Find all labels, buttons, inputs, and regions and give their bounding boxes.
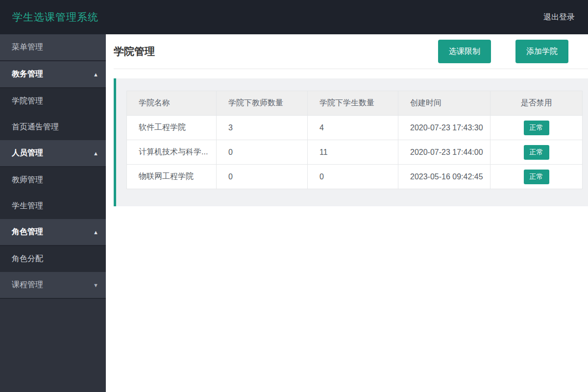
table-row: 物联网工程学院 0 0 2023-05-16 09:42:45 正常 <box>127 165 583 189</box>
cell-created-time: 2023-05-16 09:42:45 <box>398 165 490 189</box>
status-badge[interactable]: 正常 <box>524 121 549 135</box>
college-table-panel: 学院名称 学院下教师数量 学院下学生数量 创建时间 是否禁用 软件工程学院 3 … <box>114 78 588 206</box>
cell-student-count: 0 <box>308 165 398 189</box>
cell-status: 正常 <box>490 116 583 140</box>
chevron-up-icon: ▲ <box>93 72 98 77</box>
cell-student-count: 4 <box>308 116 398 140</box>
status-badge[interactable]: 正常 <box>524 145 549 160</box>
sidebar-item-course-management[interactable]: 课程管理 ▼ <box>0 272 106 299</box>
logout-link[interactable]: 退出登录 <box>543 12 575 23</box>
sidebar-item-homepage-notice-management[interactable]: 首页通告管理 <box>0 114 106 140</box>
table-header-row: 学院名称 学院下教师数量 学院下学生数量 创建时间 是否禁用 <box>127 91 583 116</box>
sidebar-item-label: 首页通告管理 <box>12 122 59 132</box>
cell-college-name: 软件工程学院 <box>127 116 217 140</box>
chevron-up-icon: ▲ <box>93 229 98 235</box>
sidebar-item-label: 学院管理 <box>12 96 43 106</box>
sidebar-item-personnel-management[interactable]: 人员管理 ▲ <box>0 140 106 167</box>
sidebar: 菜单管理 教务管理 ▲ 学院管理 首页通告管理 人员管理 ▲ 教师管理 学生管理… <box>0 34 106 392</box>
cell-teacher-count: 3 <box>217 116 308 140</box>
chevron-up-icon: ▲ <box>93 150 98 156</box>
cell-status: 正常 <box>490 165 583 189</box>
cell-student-count: 11 <box>308 140 398 165</box>
page-actions: 选课限制 添加学院 <box>438 40 568 63</box>
sidebar-item-role-management[interactable]: 角色管理 ▲ <box>0 219 106 246</box>
col-header-disabled-status: 是否禁用 <box>490 91 583 116</box>
chevron-down-icon: ▼ <box>93 282 98 288</box>
sidebar-item-student-management[interactable]: 学生管理 <box>0 193 106 219</box>
cell-college-name: 计算机技术与科学... <box>127 140 217 165</box>
sidebar-item-label: 人员管理 <box>12 148 43 158</box>
table-row: 计算机技术与科学... 0 11 2020-07-23 17:44:00 正常 <box>127 140 583 165</box>
app-title: 学生选课管理系统 <box>12 10 98 24</box>
college-table: 学院名称 学院下教师数量 学院下学生数量 创建时间 是否禁用 软件工程学院 3 … <box>126 91 583 189</box>
status-badge[interactable]: 正常 <box>524 170 549 184</box>
sidebar-item-menu-management[interactable]: 菜单管理 <box>0 34 106 61</box>
sidebar-item-label: 角色管理 <box>12 227 43 237</box>
table-row: 软件工程学院 3 4 2020-07-23 17:43:30 正常 <box>127 116 583 140</box>
cell-teacher-count: 0 <box>217 140 308 165</box>
sidebar-item-college-management[interactable]: 学院管理 <box>0 88 106 114</box>
sidebar-item-academic-management[interactable]: 教务管理 ▲ <box>0 61 106 88</box>
sidebar-item-label: 教务管理 <box>12 69 43 79</box>
add-college-button[interactable]: 添加学院 <box>515 40 568 63</box>
col-header-teacher-count: 学院下教师数量 <box>217 91 308 116</box>
course-selection-limit-button[interactable]: 选课限制 <box>438 40 491 63</box>
sidebar-item-label: 菜单管理 <box>12 42 43 52</box>
main-layout: 菜单管理 教务管理 ▲ 学院管理 首页通告管理 人员管理 ▲ 教师管理 学生管理… <box>0 34 588 392</box>
cell-teacher-count: 0 <box>217 165 308 189</box>
sidebar-item-role-assignment[interactable]: 角色分配 <box>0 246 106 272</box>
sidebar-item-label: 教师管理 <box>12 175 43 185</box>
cell-status: 正常 <box>490 140 583 165</box>
col-header-college-name: 学院名称 <box>127 91 217 116</box>
cell-created-time: 2020-07-23 17:43:30 <box>398 116 490 140</box>
sidebar-item-label: 课程管理 <box>12 280 43 290</box>
cell-created-time: 2020-07-23 17:44:00 <box>398 140 490 165</box>
content-area: 学院管理 选课限制 添加学院 学院名称 学院下教师数量 学院下学生数量 创建时间… <box>106 34 588 392</box>
page-header: 学院管理 选课限制 添加学院 <box>114 34 588 69</box>
cell-college-name: 物联网工程学院 <box>127 165 217 189</box>
page-title: 学院管理 <box>114 45 155 58</box>
sidebar-item-teacher-management[interactable]: 教师管理 <box>0 167 106 193</box>
app-header: 学生选课管理系统 退出登录 <box>0 0 588 34</box>
col-header-student-count: 学院下学生数量 <box>308 91 398 116</box>
sidebar-item-label: 角色分配 <box>12 254 43 264</box>
sidebar-item-label: 学生管理 <box>12 201 43 211</box>
col-header-created-time: 创建时间 <box>398 91 490 116</box>
